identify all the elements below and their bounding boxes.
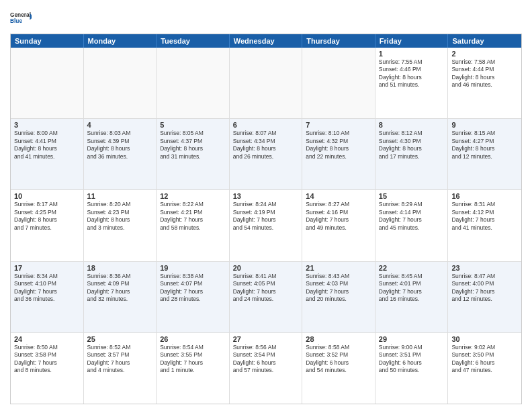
day-info: Sunrise: 8:12 AMSunset: 4:30 PMDaylight:…	[379, 130, 445, 161]
day-number: 30	[451, 335, 518, 343]
day-cell-4: 4Sunrise: 8:03 AMSunset: 4:39 PMDaylight…	[84, 119, 157, 189]
day-cell-28: 28Sunrise: 8:58 AMSunset: 3:52 PMDayligh…	[302, 333, 375, 404]
logo: General Blue	[10, 7, 32, 28]
day-number: 2	[451, 50, 518, 58]
day-info: Sunrise: 8:03 AMSunset: 4:39 PMDaylight:…	[87, 130, 153, 161]
empty-cell	[84, 48, 157, 118]
empty-cell	[11, 48, 84, 118]
day-info: Sunrise: 8:41 AMSunset: 4:05 PMDaylight:…	[233, 273, 299, 304]
day-info: Sunrise: 8:22 AMSunset: 4:21 PMDaylight:…	[160, 201, 226, 232]
calendar-week-2: 3Sunrise: 8:00 AMSunset: 4:41 PMDaylight…	[11, 118, 521, 189]
weekday-header-sunday: Sunday	[11, 34, 84, 48]
calendar-week-5: 24Sunrise: 8:50 AMSunset: 3:58 PMDayligh…	[11, 332, 521, 404]
day-number: 1	[379, 50, 445, 58]
day-number: 28	[306, 335, 371, 343]
day-cell-2: 2Sunrise: 7:58 AMSunset: 4:44 PMDaylight…	[448, 48, 521, 118]
day-cell-20: 20Sunrise: 8:41 AMSunset: 4:05 PMDayligh…	[230, 262, 303, 332]
day-cell-3: 3Sunrise: 8:00 AMSunset: 4:41 PMDaylight…	[11, 119, 84, 189]
weekday-header-friday: Friday	[375, 34, 449, 48]
day-info: Sunrise: 8:52 AMSunset: 3:57 PMDaylight:…	[87, 344, 153, 375]
day-cell-5: 5Sunrise: 8:05 AMSunset: 4:37 PMDaylight…	[157, 119, 230, 189]
day-cell-18: 18Sunrise: 8:36 AMSunset: 4:09 PMDayligh…	[84, 262, 157, 332]
day-number: 27	[233, 335, 299, 343]
day-info: Sunrise: 8:29 AMSunset: 4:14 PMDaylight:…	[379, 201, 445, 232]
day-number: 3	[14, 121, 80, 129]
day-cell-7: 7Sunrise: 8:10 AMSunset: 4:32 PMDaylight…	[302, 119, 375, 189]
svg-text:Blue: Blue	[10, 17, 22, 24]
day-number: 26	[160, 335, 226, 343]
day-cell-23: 23Sunrise: 8:47 AMSunset: 4:00 PMDayligh…	[448, 262, 521, 332]
day-cell-24: 24Sunrise: 8:50 AMSunset: 3:58 PMDayligh…	[11, 333, 84, 404]
day-cell-25: 25Sunrise: 8:52 AMSunset: 3:57 PMDayligh…	[84, 333, 157, 404]
day-info: Sunrise: 9:00 AMSunset: 3:51 PMDaylight:…	[379, 344, 445, 375]
day-number: 25	[87, 335, 153, 343]
weekday-header-monday: Monday	[84, 34, 157, 48]
calendar-header: SundayMondayTuesdayWednesdayThursdayFrid…	[11, 34, 521, 48]
day-cell-19: 19Sunrise: 8:38 AMSunset: 4:07 PMDayligh…	[157, 262, 230, 332]
day-info: Sunrise: 8:43 AMSunset: 4:03 PMDaylight:…	[306, 273, 371, 304]
day-cell-14: 14Sunrise: 8:27 AMSunset: 4:16 PMDayligh…	[302, 190, 375, 261]
weekday-header-thursday: Thursday	[302, 34, 375, 48]
day-info: Sunrise: 8:38 AMSunset: 4:07 PMDaylight:…	[160, 273, 226, 304]
day-cell-26: 26Sunrise: 8:54 AMSunset: 3:55 PMDayligh…	[157, 333, 230, 404]
weekday-header-wednesday: Wednesday	[230, 34, 303, 48]
day-info: Sunrise: 8:24 AMSunset: 4:19 PMDaylight:…	[233, 201, 299, 232]
day-cell-17: 17Sunrise: 8:34 AMSunset: 4:10 PMDayligh…	[11, 262, 84, 332]
day-number: 13	[233, 192, 299, 200]
day-cell-12: 12Sunrise: 8:22 AMSunset: 4:21 PMDayligh…	[157, 190, 230, 261]
day-info: Sunrise: 8:10 AMSunset: 4:32 PMDaylight:…	[306, 130, 371, 161]
day-cell-9: 9Sunrise: 8:15 AMSunset: 4:27 PMDaylight…	[448, 119, 521, 189]
day-info: Sunrise: 8:36 AMSunset: 4:09 PMDaylight:…	[87, 273, 153, 304]
day-info: Sunrise: 8:54 AMSunset: 3:55 PMDaylight:…	[160, 344, 226, 375]
day-info: Sunrise: 8:05 AMSunset: 4:37 PMDaylight:…	[160, 130, 226, 161]
day-cell-11: 11Sunrise: 8:20 AMSunset: 4:23 PMDayligh…	[84, 190, 157, 261]
empty-cell	[157, 48, 230, 118]
day-cell-16: 16Sunrise: 8:31 AMSunset: 4:12 PMDayligh…	[448, 190, 521, 261]
day-cell-6: 6Sunrise: 8:07 AMSunset: 4:34 PMDaylight…	[230, 119, 303, 189]
day-number: 7	[306, 121, 371, 129]
day-info: Sunrise: 8:50 AMSunset: 3:58 PMDaylight:…	[14, 344, 80, 375]
day-number: 10	[14, 192, 80, 200]
day-number: 14	[306, 192, 371, 200]
day-number: 23	[451, 264, 518, 272]
day-cell-10: 10Sunrise: 8:17 AMSunset: 4:25 PMDayligh…	[11, 190, 84, 261]
day-cell-29: 29Sunrise: 9:00 AMSunset: 3:51 PMDayligh…	[375, 333, 449, 404]
day-info: Sunrise: 8:45 AMSunset: 4:01 PMDaylight:…	[379, 273, 445, 304]
weekday-header-saturday: Saturday	[448, 34, 521, 48]
day-number: 16	[451, 192, 518, 200]
day-info: Sunrise: 8:15 AMSunset: 4:27 PMDaylight:…	[451, 130, 518, 161]
day-number: 22	[379, 264, 445, 272]
day-number: 4	[87, 121, 153, 129]
day-number: 29	[379, 335, 445, 343]
logo-svg: General Blue	[10, 7, 32, 28]
day-cell-27: 27Sunrise: 8:56 AMSunset: 3:54 PMDayligh…	[230, 333, 303, 404]
day-number: 19	[160, 264, 226, 272]
day-number: 11	[87, 192, 153, 200]
day-info: Sunrise: 7:55 AMSunset: 4:46 PMDaylight:…	[379, 58, 445, 89]
calendar: SundayMondayTuesdayWednesdayThursdayFrid…	[10, 34, 522, 404]
day-info: Sunrise: 8:00 AMSunset: 4:41 PMDaylight:…	[14, 130, 80, 161]
svg-marker-2	[30, 13, 32, 20]
day-number: 6	[233, 121, 299, 129]
day-info: Sunrise: 7:58 AMSunset: 4:44 PMDaylight:…	[451, 58, 518, 89]
day-number: 17	[14, 264, 80, 272]
day-info: Sunrise: 8:07 AMSunset: 4:34 PMDaylight:…	[233, 130, 299, 161]
weekday-header-tuesday: Tuesday	[157, 34, 230, 48]
calendar-week-1: 1Sunrise: 7:55 AMSunset: 4:46 PMDaylight…	[11, 48, 521, 118]
day-info: Sunrise: 8:58 AMSunset: 3:52 PMDaylight:…	[306, 344, 371, 375]
day-info: Sunrise: 8:20 AMSunset: 4:23 PMDaylight:…	[87, 201, 153, 232]
empty-cell	[230, 48, 303, 118]
day-cell-8: 8Sunrise: 8:12 AMSunset: 4:30 PMDaylight…	[375, 119, 449, 189]
calendar-week-3: 10Sunrise: 8:17 AMSunset: 4:25 PMDayligh…	[11, 189, 521, 261]
day-info: Sunrise: 8:17 AMSunset: 4:25 PMDaylight:…	[14, 201, 80, 232]
day-info: Sunrise: 8:47 AMSunset: 4:00 PMDaylight:…	[451, 273, 518, 304]
day-number: 5	[160, 121, 226, 129]
day-number: 9	[451, 121, 518, 129]
day-number: 18	[87, 264, 153, 272]
day-number: 8	[379, 121, 445, 129]
day-cell-13: 13Sunrise: 8:24 AMSunset: 4:19 PMDayligh…	[230, 190, 303, 261]
day-cell-15: 15Sunrise: 8:29 AMSunset: 4:14 PMDayligh…	[375, 190, 449, 261]
calendar-week-4: 17Sunrise: 8:34 AMSunset: 4:10 PMDayligh…	[11, 261, 521, 332]
day-cell-22: 22Sunrise: 8:45 AMSunset: 4:01 PMDayligh…	[375, 262, 449, 332]
day-info: Sunrise: 8:27 AMSunset: 4:16 PMDaylight:…	[306, 201, 371, 232]
